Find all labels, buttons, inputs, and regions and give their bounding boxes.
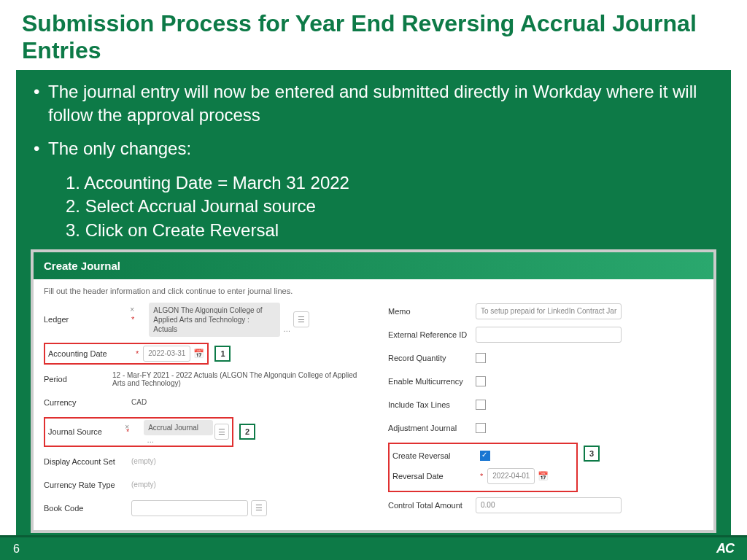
- sub-2: 2. Select Accrual Journal source: [31, 195, 716, 218]
- currency-value: CAD: [131, 398, 147, 406]
- list-icon[interactable]: ☰: [251, 500, 267, 516]
- journal-source-highlight: Journal Source * ×Accrual Journal… ☰: [44, 417, 233, 447]
- callout-1: 1: [214, 346, 231, 362]
- multi-checkbox[interactable]: [476, 376, 486, 386]
- bookcode-input[interactable]: [131, 500, 248, 516]
- currency-label: Currency: [44, 398, 131, 407]
- tax-label: Include Tax Lines: [388, 400, 476, 409]
- slide-footer: 6 AC: [0, 535, 747, 560]
- content-panel: The journal entry will now be entered an…: [16, 70, 731, 540]
- callout-3: 3: [584, 446, 600, 462]
- bookcode-label: Book Code: [44, 504, 131, 513]
- revdate-label: Reversal Date: [392, 472, 480, 481]
- right-column: Memo To setup prepaid for LinkedIn Contr…: [388, 303, 703, 523]
- sub-3: 3. Click on Create Reversal: [31, 219, 716, 242]
- crev-checkbox[interactable]: [480, 451, 490, 461]
- adj-checkbox[interactable]: [476, 423, 486, 433]
- period-label: Period: [44, 375, 112, 384]
- app-header: Create Journal: [34, 252, 713, 279]
- list-icon[interactable]: ☰: [293, 311, 309, 327]
- extref-label: External Reference ID: [388, 330, 476, 339]
- remove-icon[interactable]: ×: [125, 423, 129, 431]
- app-body: Fill out the header information and clic…: [34, 279, 713, 530]
- jsource-label: Journal Source: [48, 427, 126, 436]
- dispacct-value: (empty): [131, 457, 156, 465]
- currate-value: (empty): [131, 481, 156, 489]
- accounting-date-highlight: Accounting Date * 2022-03-31 📅: [44, 343, 209, 365]
- memo-input[interactable]: To setup prepaid for LinkedIn Contract J…: [476, 303, 622, 319]
- acct-date-input[interactable]: 2022-03-31: [143, 346, 190, 362]
- remove-icon[interactable]: ×: [130, 306, 134, 314]
- ctrltot-input[interactable]: 0.00: [476, 497, 622, 513]
- reversal-highlight: Create Reversal Reversal Date * 2022-04-…: [388, 443, 578, 492]
- period-value: 12 - Mar-FY 2021 - 2022 Actuals (ALGON T…: [112, 371, 359, 387]
- memo-label: Memo: [388, 307, 476, 316]
- multi-label: Enable Multicurrency: [388, 377, 476, 386]
- more-icon[interactable]: …: [147, 436, 154, 444]
- currate-label: Currency Rate Type: [44, 481, 131, 489]
- recqty-label: Record Quantity: [388, 354, 476, 362]
- calendar-icon[interactable]: 📅: [193, 349, 204, 359]
- adj-label: Adjustment Journal: [388, 424, 476, 432]
- instructions: Fill out the header information and clic…: [44, 287, 703, 295]
- left-column: Ledger * ×ALGON The Algonquin College of…: [44, 303, 359, 523]
- more-icon[interactable]: …: [283, 325, 290, 333]
- slide-title: Submission Process for Year End Reversin…: [0, 0, 747, 70]
- jsource-pill[interactable]: Accrual Journal: [144, 420, 213, 435]
- tax-checkbox[interactable]: [476, 400, 486, 410]
- ledger-label: Ledger: [44, 315, 131, 324]
- ctrltot-label: Control Total Amount: [388, 501, 476, 510]
- calendar-icon[interactable]: 📅: [538, 471, 549, 481]
- list-icon[interactable]: ☰: [214, 424, 229, 440]
- required-icon: *: [136, 349, 139, 358]
- dispacct-label: Display Account Set: [44, 457, 131, 466]
- ledger-pill[interactable]: ALGON The Algonquin College of Applied A…: [149, 303, 280, 337]
- callout-2: 2: [239, 424, 255, 440]
- page-number: 6: [13, 542, 20, 556]
- acct-date-label: Accounting Date: [48, 349, 136, 358]
- extref-input[interactable]: [476, 327, 622, 343]
- revdate-input[interactable]: 2022-04-01: [487, 468, 535, 484]
- required-icon: *: [131, 315, 134, 324]
- bullet-2: The only changes:: [31, 137, 716, 160]
- crev-label: Create Reversal: [392, 451, 480, 460]
- required-icon: *: [480, 472, 483, 481]
- recqty-checkbox[interactable]: [476, 353, 486, 363]
- sub-1: 1. Accounting Date = March 31 2022: [31, 171, 716, 195]
- workday-screenshot: Create Journal Fill out the header infor…: [31, 249, 716, 533]
- logo: AC: [716, 541, 734, 556]
- bullet-1: The journal entry will now be entered an…: [31, 80, 716, 128]
